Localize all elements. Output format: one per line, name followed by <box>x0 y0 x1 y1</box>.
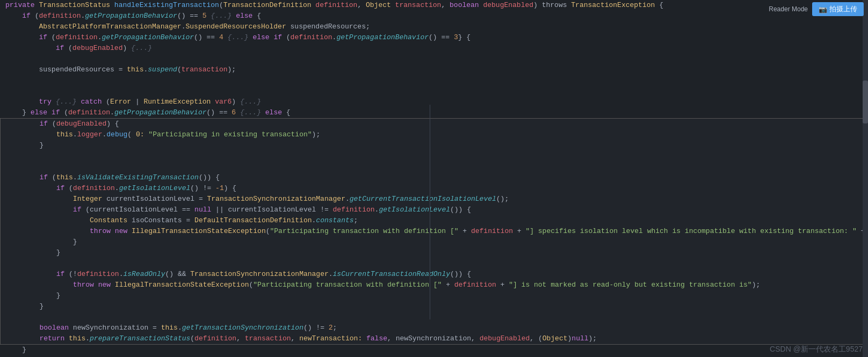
token: } <box>22 346 26 354</box>
token: {...} <box>228 33 249 41</box>
token: } <box>56 292 61 300</box>
token: , <box>236 334 245 343</box>
line-content: suspendedResources = this.suspend(transa… <box>0 64 868 75</box>
line-content: AbstractPlatformTransactionManager.Suspe… <box>0 21 868 32</box>
token: (! <box>69 270 77 278</box>
token: else if <box>31 108 60 116</box>
line-content <box>1 258 867 269</box>
token: ( <box>190 334 194 343</box>
token: Object <box>366 1 395 9</box>
token: ( <box>68 44 73 52</box>
line-content: Constants isoConstants = DefaultTransact… <box>1 215 867 226</box>
code-line: if (definition.getPropagationBehavior() … <box>0 11 868 21</box>
token: { <box>655 1 663 9</box>
line-content: } <box>0 345 868 355</box>
line-content <box>0 86 868 97</box>
token: definition <box>39 12 81 20</box>
token: private <box>5 1 39 9</box>
code-line <box>1 258 867 269</box>
token: constants <box>316 216 353 224</box>
token: "Participating in existing transaction" <box>148 130 312 139</box>
token: (); <box>496 195 509 203</box>
token: ); <box>752 281 761 289</box>
code-line: if (definition.getIsolationLevel() != -1… <box>1 183 867 194</box>
token: definition <box>454 281 496 289</box>
token: ()) { <box>450 206 471 214</box>
line-content: throw new IllegalTransactionStateExcepti… <box>1 280 867 290</box>
line-content: if (definition.getPropagationBehavior() … <box>0 11 868 21</box>
token: ) <box>232 98 240 106</box>
token: 4 <box>219 33 223 41</box>
token: ( <box>60 108 68 116</box>
line-content: if (debugEnabled) {...} <box>0 43 868 54</box>
token <box>236 108 240 116</box>
token: {...} <box>240 108 261 116</box>
line-content <box>0 75 868 86</box>
token: debugEnabled <box>483 1 533 9</box>
token: getCurrentTransactionIsolationLevel <box>350 195 496 203</box>
token: if <box>56 44 68 52</box>
code-line: } else if (definition.getPropagationBeha… <box>0 107 868 118</box>
token: definition <box>471 227 513 235</box>
code-line: AbstractPlatformTransactionManager.Suspe… <box>0 21 868 32</box>
token: 6 <box>232 108 236 116</box>
line-content: boolean newSynchronization = this.getTra… <box>1 323 867 333</box>
token: null <box>572 334 588 343</box>
token: suspendedResources = <box>39 65 127 74</box>
token: . <box>73 130 77 139</box>
code-line: Integer currentIsolationLevel = Transact… <box>1 194 867 205</box>
code-line: if (currentIsolationLevel == null || cur… <box>1 205 867 215</box>
line-content: if (definition.getIsolationLevel() != -1… <box>1 183 867 194</box>
token: false <box>366 334 387 343</box>
upload-button[interactable]: 📷 拍摄上传 <box>812 2 864 16</box>
token: else <box>265 108 282 116</box>
token: getPropagationBehavior <box>114 108 207 116</box>
token: definition <box>77 270 119 278</box>
token: ) throws <box>533 1 571 9</box>
token <box>362 334 366 343</box>
token: ()) { <box>199 173 220 181</box>
token: . <box>329 270 333 278</box>
reader-mode-label: Reader Mode <box>769 5 808 13</box>
line-content <box>1 151 867 162</box>
token: () && <box>165 270 190 278</box>
token: "] specifies isolation level which is in… <box>525 227 856 235</box>
line-content <box>1 312 867 323</box>
token <box>232 12 236 20</box>
code-line <box>0 75 868 86</box>
token: () == <box>194 33 219 41</box>
code-line: Constants isoConstants = DefaultTransact… <box>1 215 867 226</box>
line-content <box>1 162 867 172</box>
token: getIsolationLevel <box>119 184 191 192</box>
token: Error <box>110 98 131 106</box>
token: {...} <box>211 12 232 20</box>
token: this <box>56 173 73 181</box>
token: if <box>73 206 85 214</box>
token: newSynchronization = <box>73 324 161 332</box>
token: prepareTransactionStatus <box>90 334 190 343</box>
token: 5 <box>202 12 207 20</box>
scrollbar-thumb[interactable] <box>863 81 868 123</box>
token: getTransactionSynchronization <box>182 324 303 332</box>
code-line: } <box>0 345 868 355</box>
token: ) <box>122 44 131 52</box>
token: try <box>39 98 55 106</box>
token: else if <box>252 33 282 41</box>
token: definition <box>73 184 115 192</box>
token: handleExistingTransaction <box>114 1 219 9</box>
token: 0: <box>136 130 144 139</box>
code-line <box>0 86 868 97</box>
token: isReadOnly <box>123 270 165 278</box>
token: . <box>178 324 182 332</box>
token: | <box>131 98 143 106</box>
token: isValidateExistingTransaction <box>77 173 199 181</box>
token: AbstractPlatformTransactionManager <box>39 23 181 31</box>
scrollbar[interactable] <box>863 0 868 357</box>
code-line: } <box>1 140 867 151</box>
vertical-divider <box>430 105 430 319</box>
token: ); <box>228 65 236 74</box>
token: definition <box>68 108 110 116</box>
code-line: try {...} catch (Error | RuntimeExceptio… <box>0 97 868 107</box>
token: newTransaction: <box>299 334 362 343</box>
code-line: private TransactionStatus handleExisting… <box>0 0 868 11</box>
